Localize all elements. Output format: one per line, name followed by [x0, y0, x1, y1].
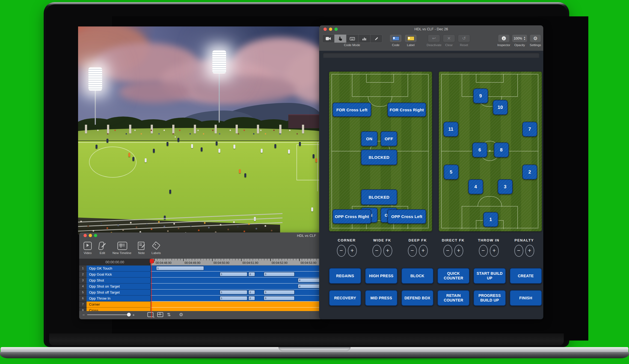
- playhead-handle[interactable]: [150, 259, 154, 263]
- counter-direct-fk-minus[interactable]: −: [443, 245, 452, 257]
- row-lane[interactable]: 1: [151, 265, 322, 271]
- action-button-retain-counter[interactable]: RETAIN COUNTER: [437, 290, 470, 306]
- deactivate-button[interactable]: ↩: [428, 34, 440, 42]
- action-button-quick-counter[interactable]: QUICK COUNTER: [437, 268, 470, 284]
- edit-button[interactable]: Edit: [98, 241, 107, 255]
- playhead-line[interactable]: [151, 259, 152, 318]
- row-lane[interactable]: 123: [151, 271, 322, 278]
- pitch-button-blocked-5[interactable]: BLOCKED: [361, 189, 397, 205]
- pitch-button-blocked-4[interactable]: BLOCKED: [361, 150, 397, 165]
- counter-direct-fk-plus[interactable]: +: [454, 245, 463, 257]
- close-button[interactable]: [84, 234, 87, 237]
- label-button[interactable]: [405, 34, 417, 42]
- action-button-create[interactable]: CREATE: [510, 268, 542, 284]
- row-lane[interactable]: 123: [151, 290, 322, 296]
- action-button-defend-box[interactable]: DEFEND BOX: [401, 290, 434, 306]
- counter-wide-fk-minus[interactable]: −: [372, 245, 381, 257]
- row-label[interactable]: Corner: [87, 302, 151, 308]
- clear-button[interactable]: ✕: [443, 34, 455, 42]
- video-button[interactable]: Video: [83, 241, 92, 255]
- player-button-11[interactable]: 11: [443, 122, 458, 137]
- timeline-clip[interactable]: 2: [248, 290, 255, 294]
- counter-deep-fk-plus[interactable]: +: [419, 245, 428, 257]
- player-button-3[interactable]: 3: [498, 179, 513, 194]
- pitch-button-off-7[interactable]: OFF: [381, 208, 397, 223]
- row-label[interactable]: Opp Shot on Target: [87, 284, 151, 290]
- timeline-clip[interactable]: 4: [298, 284, 322, 288]
- timeline-clip[interactable]: 2: [248, 296, 255, 300]
- inspector-button[interactable]: i: [498, 34, 510, 42]
- action-button-block[interactable]: BLOCK: [401, 268, 434, 284]
- add-row-icon[interactable]: +: [147, 312, 153, 317]
- zoom-out-button[interactable]: −: [82, 312, 85, 317]
- action-button-finish[interactable]: FINISH: [510, 290, 542, 306]
- labels-button[interactable]: Labels: [152, 241, 161, 255]
- counter-throw-in-plus[interactable]: +: [490, 245, 499, 257]
- zoom-button[interactable]: [94, 234, 97, 237]
- row-label[interactable]: Opp Throw In: [87, 296, 151, 302]
- row-label[interactable]: Opp Shot off Target: [87, 290, 151, 296]
- settings-button[interactable]: ⚙: [530, 34, 541, 42]
- pencil-icon[interactable]: [370, 35, 382, 43]
- player-button-6[interactable]: 6: [472, 142, 487, 157]
- counter-deep-fk-minus[interactable]: −: [408, 245, 417, 257]
- timeline-clip[interactable]: 3: [264, 290, 295, 294]
- timeline-clip[interactable]: 3: [264, 296, 295, 300]
- timeline-clip[interactable]: 1: [220, 296, 247, 300]
- player-button-2[interactable]: 2: [522, 165, 537, 180]
- sort-rows-icon[interactable]: ⇅: [167, 312, 171, 318]
- player-button-5[interactable]: 5: [444, 165, 459, 180]
- timeline-clip[interactable]: 1: [156, 266, 204, 270]
- player-button-7[interactable]: 7: [522, 122, 537, 137]
- row-lane[interactable]: [151, 302, 322, 308]
- row-lane[interactable]: 4: [151, 284, 322, 290]
- counter-corner-plus[interactable]: +: [348, 245, 357, 257]
- player-button-1[interactable]: 1: [483, 212, 498, 227]
- player-button-8[interactable]: 8: [494, 142, 509, 157]
- action-button-start-build-up[interactable]: START BUILD UP: [473, 268, 506, 284]
- opacity-stepper[interactable]: 100% ▲▼: [512, 34, 527, 42]
- reset-button[interactable]: ↺: [458, 34, 470, 42]
- timeline-clip[interactable]: 3: [264, 272, 295, 276]
- player-button-4[interactable]: 4: [468, 179, 483, 194]
- timeline-clip[interactable]: 1: [220, 290, 247, 294]
- timeline-ruler[interactable]: 00:04:48.9000:04:49.9000:04:50.9000:04:5…: [151, 259, 322, 265]
- action-button-recovery[interactable]: RECOVERY: [329, 290, 361, 306]
- pitch-button-for-cross-left-0[interactable]: FOR Cross Left: [333, 103, 371, 117]
- pitch-button-for-cross-right-1[interactable]: FOR Cross Right: [387, 103, 426, 117]
- bar-chart-icon[interactable]: [358, 35, 370, 43]
- counter-penalty-plus[interactable]: +: [525, 245, 534, 257]
- row-lane[interactable]: 4: [151, 278, 322, 284]
- pitch-button-off-3[interactable]: OFF: [381, 131, 397, 146]
- timeline-clip[interactable]: 2: [248, 272, 255, 276]
- keyboard-icon[interactable]: [346, 35, 358, 43]
- zoom-slider-knob[interactable]: [127, 313, 131, 317]
- timeline-clip[interactable]: 1: [220, 272, 247, 276]
- counter-throw-in-minus[interactable]: −: [479, 245, 488, 257]
- pitch-button-on-2[interactable]: ON: [361, 131, 378, 146]
- row-label[interactable]: Cross: [87, 308, 151, 311]
- timeline-clip[interactable]: 4: [298, 278, 322, 282]
- action-button-regains[interactable]: REGAINS: [329, 268, 361, 284]
- player-button-10[interactable]: 10: [493, 100, 508, 115]
- pitch-button-on-6[interactable]: ON: [361, 208, 378, 223]
- pitch-button-opp-cross-right-8[interactable]: OPP Cross Right: [333, 209, 371, 224]
- row-lane[interactable]: [151, 308, 322, 311]
- minimize-button[interactable]: [89, 234, 92, 237]
- zoom-slider[interactable]: [87, 314, 130, 315]
- hand-pointer-icon[interactable]: [334, 35, 346, 43]
- counter-corner-minus[interactable]: −: [337, 245, 346, 257]
- counter-penalty-minus[interactable]: −: [514, 245, 523, 257]
- action-button-mid-press[interactable]: MID PRESS: [365, 290, 397, 306]
- note-button[interactable]: Note: [137, 241, 146, 255]
- action-button-high-press[interactable]: HIGH PRESS: [365, 268, 397, 284]
- row-label[interactable]: Opp GK Touch: [87, 265, 151, 271]
- timeline-settings-icon[interactable]: ⚙: [179, 312, 183, 318]
- video-camera-icon[interactable]: [322, 35, 334, 43]
- counter-wide-fk-plus[interactable]: +: [383, 245, 392, 257]
- code-button[interactable]: [390, 34, 402, 42]
- zoom-in-button[interactable]: +: [132, 312, 135, 317]
- split-view-icon[interactable]: [157, 312, 163, 317]
- new-timeline-button[interactable]: New Timeline: [112, 241, 131, 255]
- pitch-button-opp-cross-left-9[interactable]: OPP Cross Left: [387, 209, 426, 224]
